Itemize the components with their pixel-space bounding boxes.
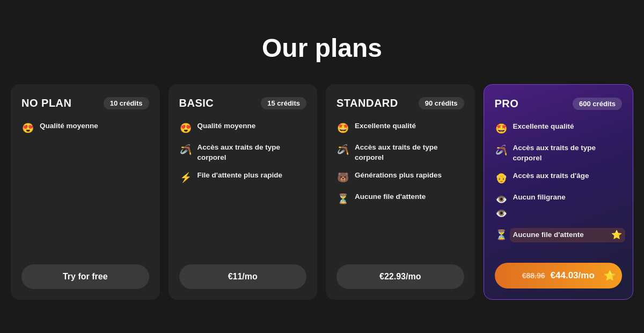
plan-header-pro: PRO600 crédits [495, 98, 623, 110]
feature-text-standard-3: Aucune file d'attente [355, 192, 464, 202]
feature-icon-pro-3: 👁️👁️ [495, 193, 508, 220]
plans-container: NO PLAN10 crédits 😍 Qualité moyenne Try … [11, 84, 633, 299]
feature-item-pro-1: 🪃 Accès aux traits de type corporel [495, 143, 623, 164]
plan-card-basic: BASIC15 crédits 😍 Qualité moyenne 🪃 Accè… [169, 84, 318, 299]
feature-text-pro-4: Aucune file d'attente ⭐ [510, 228, 626, 242]
feature-icon-pro-1: 🪃 [495, 144, 508, 157]
features-list-standard: 🤩 Excellente qualité 🪃 Accès aux traits … [336, 121, 464, 251]
feature-text-basic-0: Qualité moyenne [197, 121, 307, 131]
page-title: Our plans [262, 33, 382, 63]
feature-icon-basic-0: 😍 [179, 122, 192, 135]
feature-text-pro-0: Excellente qualité [513, 122, 623, 132]
plan-cta-standard: €22.93/mo [336, 264, 464, 289]
plan-name-no-plan: NO PLAN [21, 97, 72, 109]
feature-text-standard-0: Excellente qualité [355, 121, 464, 131]
plan-header-standard: STANDARD90 crédits [336, 97, 464, 109]
feature-icon-standard-1: 🪃 [336, 143, 349, 157]
feature-item-standard-1: 🪃 Accès aux traits de type corporel [336, 143, 464, 163]
plan-name-basic: BASIC [179, 97, 214, 109]
sale-price: €44.03/mo [551, 270, 595, 281]
feature-item-pro-2: 👴 Accès aux traits d'âge [495, 171, 623, 185]
plan-header-no-plan: NO PLAN10 crédits [21, 97, 149, 109]
feature-text-standard-1: Accès aux traits de type corporel [355, 143, 464, 163]
star-icon: ⭐ [611, 229, 622, 241]
features-list-basic: 😍 Qualité moyenne 🪃 Accès aux traits de … [179, 121, 307, 251]
pro-cta-content: €88.96 €44.03/mo [502, 270, 615, 281]
features-list-pro: 🤩 Excellente qualité 🪃 Accès aux traits … [495, 122, 623, 249]
star-badge-icon: ⭐ [604, 270, 616, 282]
plan-cta-no-plan: Try for free [21, 264, 149, 289]
plan-name-pro: PRO [495, 98, 519, 110]
feature-text-pro-1: Accès aux traits de type corporel [513, 143, 623, 164]
feature-item-standard-3: ⏳ Aucune file d'attente [336, 192, 464, 206]
feature-icon-no-plan-0: 😍 [21, 122, 34, 135]
feature-icon-pro-4: ⏳ [495, 228, 508, 242]
plan-header-basic: BASIC15 crédits [179, 97, 307, 109]
plan-cta-pro: €88.96 €44.03/mo ⭐ [495, 263, 623, 288]
feature-text-standard-2: Générations plus rapides [355, 171, 464, 181]
feature-text-no-plan-0: Qualité moyenne [40, 121, 149, 131]
plan-card-no-plan: NO PLAN10 crédits 😍 Qualité moyenne Try … [11, 84, 160, 299]
cta-button-pro[interactable]: €88.96 €44.03/mo ⭐ [495, 263, 623, 288]
feature-item-no-plan-0: 😍 Qualité moyenne [21, 121, 149, 135]
feature-icon-basic-2: ⚡ [179, 171, 192, 184]
feature-item-basic-0: 😍 Qualité moyenne [179, 121, 307, 135]
feature-item-basic-1: 🪃 Accès aux traits de type corporel [179, 143, 307, 163]
plan-cta-basic: €11/mo [179, 264, 307, 289]
feature-icon-standard-0: 🤩 [336, 122, 349, 135]
cta-button-no-plan[interactable]: Try for free [21, 264, 149, 289]
feature-item-standard-2: 🐻 Générations plus rapides [336, 171, 464, 184]
credits-badge-basic: 15 crédits [261, 97, 306, 109]
feature-icon-pro-2: 👴 [495, 172, 508, 185]
feature-item-pro-3: 👁️👁️ Aucun filigrane [495, 193, 623, 220]
cta-button-standard[interactable]: €22.93/mo [336, 264, 464, 289]
feature-item-pro-0: 🤩 Excellente qualité [495, 122, 623, 136]
feature-icon-basic-1: 🪃 [179, 143, 192, 157]
feature-text-pro-3: Aucun filigrane [513, 193, 623, 203]
feature-item-standard-0: 🤩 Excellente qualité [336, 121, 464, 135]
credits-badge-no-plan: 10 crédits [104, 97, 149, 109]
feature-item-basic-2: ⚡ File d'attente plus rapide [179, 171, 307, 184]
cta-button-basic[interactable]: €11/mo [179, 264, 307, 289]
feature-text-basic-2: File d'attente plus rapide [197, 171, 307, 181]
plan-name-standard: STANDARD [336, 97, 398, 109]
features-list-no-plan: 😍 Qualité moyenne [21, 121, 149, 251]
plan-card-standard: STANDARD90 crédits 🤩 Excellente qualité … [326, 84, 475, 299]
original-price: €88.96 [522, 271, 545, 280]
credits-badge-standard: 90 crédits [419, 97, 464, 109]
feature-icon-standard-2: 🐻 [336, 171, 349, 184]
feature-icon-standard-3: ⏳ [336, 193, 349, 206]
plan-card-pro: PRO600 crédits 🤩 Excellente qualité 🪃 Ac… [484, 84, 634, 299]
feature-item-pro-4: ⏳ Aucune file d'attente ⭐ [495, 228, 623, 242]
feature-icon-pro-0: 🤩 [495, 122, 508, 136]
feature-text-pro-2: Accès aux traits d'âge [513, 171, 623, 181]
credits-badge-pro: 600 crédits [573, 98, 622, 110]
feature-text-basic-1: Accès aux traits de type corporel [197, 143, 307, 163]
